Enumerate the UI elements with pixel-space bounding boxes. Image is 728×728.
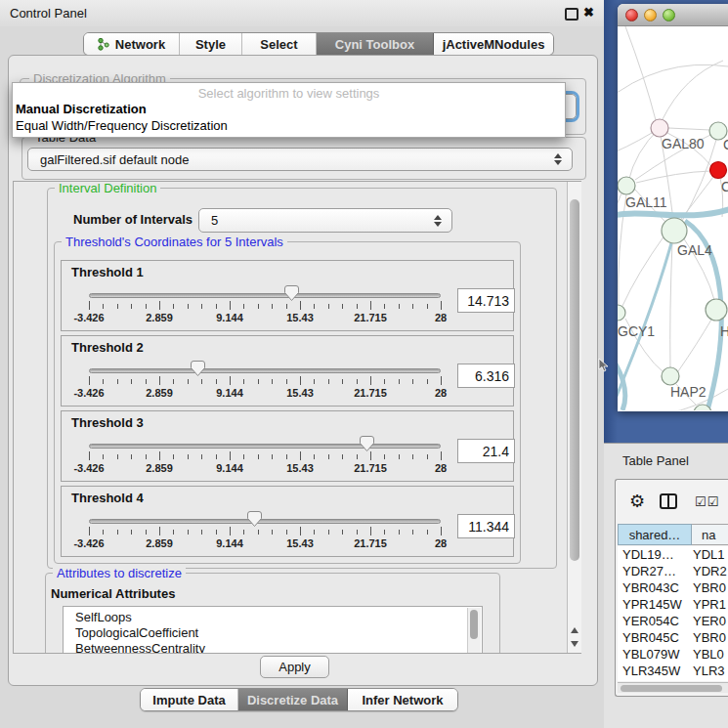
number-of-intervals-combobox[interactable]: 5 (198, 208, 452, 233)
attributes-list-scrollbar[interactable] (467, 608, 481, 653)
network-window-titlebar (618, 4, 728, 26)
list-item-selfloops[interactable]: SelfLoops (64, 610, 482, 625)
table-row[interactable]: YPR145WYPR1 (618, 596, 728, 613)
tab-select[interactable]: Select (242, 33, 317, 55)
top-tab-bar: Network Style Select Cyni Toolbox jActiv… (83, 32, 554, 56)
threshold-4-ruler: -3.4262.8599.14415.4321.71528 (62, 527, 513, 552)
threshold-4-value-field[interactable] (457, 514, 515, 538)
threshold-1-value-field[interactable] (457, 288, 515, 313)
tab-jactivemnodules[interactable]: jActiveMNodules (434, 33, 553, 55)
popup-item-equal-width-frequency[interactable]: Equal Width/Frequency Discretization (16, 118, 228, 133)
network-nodes (618, 119, 727, 410)
table-panel-title: Table Panel (622, 453, 689, 468)
table-row[interactable]: YER054CYER0 (618, 613, 728, 629)
settings-vertical-scrollbar[interactable] (567, 182, 581, 653)
minimize-traffic-light-icon[interactable] (644, 9, 657, 21)
threshold-3-value-field[interactable] (457, 439, 515, 463)
settings-scroll-area: Interval Definition Number of Intervals … (13, 181, 581, 654)
table-row[interactable]: YBR043CYBR0 (618, 579, 728, 596)
list-item-topologicalcoefficient[interactable]: TopologicalCoefficient (64, 625, 482, 641)
threshold-2-value-field[interactable] (457, 364, 515, 388)
node-red-selected[interactable] (710, 162, 727, 179)
combo-arrows-icon (434, 215, 442, 227)
label-gal80: GAL80 (662, 136, 705, 151)
table-row[interactable]: YDL19…YDL1 (618, 546, 728, 563)
tab-network[interactable]: Network (84, 33, 180, 55)
network-canvas[interactable]: GAL80 G C GAL11 GAL4 GCY1 H HAP2 (618, 26, 728, 410)
split-columns-icon[interactable] (660, 493, 677, 509)
column-checkboxes-icon[interactable]: ☑☑ (695, 494, 719, 509)
node-hap2[interactable] (662, 367, 679, 385)
threshold-3-panel: Threshold 3 -3.4262.8599.14415.4321.7152… (61, 410, 514, 482)
table-panel-titlebar: Table Panel (604, 443, 728, 476)
table-row[interactable]: YDR27…YDR2 (618, 563, 728, 579)
threshold-4-panel: Threshold 4 -3.4262.8599.14415.4321.7152… (61, 486, 514, 557)
label-gcy1: GCY1 (618, 323, 655, 339)
float-window-icon[interactable] (565, 8, 578, 21)
threshold-3-label: Threshold 3 (71, 415, 144, 430)
popup-item-manual-discretization[interactable]: Manual Discretization (16, 102, 147, 116)
list-item-betweennesscentrality[interactable]: BetweennessCentrality (64, 641, 482, 653)
node-gal80[interactable] (651, 119, 668, 137)
threshold-4-slider-thumb[interactable] (247, 511, 262, 527)
table-data-selected-value: galFiltered.sif default node (40, 152, 189, 167)
tab-infer-network[interactable]: Infer Network (348, 689, 457, 710)
label-gal11: GAL11 (625, 194, 667, 210)
label-partial-h: H (720, 323, 728, 339)
threshold-2-panel: Threshold 2 -3.4262.8599.14415.4321.7152… (61, 335, 514, 407)
tab-impute-data[interactable]: Impute Data (141, 689, 238, 710)
node-gal4[interactable] (662, 218, 687, 243)
threshold-3-slider-thumb[interactable] (360, 436, 374, 451)
column-header-name[interactable]: na (692, 524, 728, 545)
column-header-shared-name[interactable]: shared… (618, 524, 692, 545)
table-settings-gear-icon[interactable]: ⚙ (629, 491, 645, 512)
label-partial-c: C (721, 179, 728, 194)
node-gcy1[interactable] (618, 305, 625, 321)
interval-definition-label: Interval Definition (55, 182, 160, 195)
tab-cyni-toolbox[interactable]: Cyni Toolbox (317, 33, 434, 55)
tab-discretize-data[interactable]: Discretize Data (238, 689, 348, 710)
node-partial-h[interactable] (706, 299, 727, 321)
zoom-traffic-light-icon[interactable] (663, 9, 675, 21)
popup-hint: Select algorithm to view settings (13, 86, 565, 101)
close-traffic-light-icon[interactable] (625, 9, 638, 21)
table-row[interactable]: YLR345WYLR3 (618, 663, 728, 679)
threshold-4-label: Threshold 4 (71, 491, 144, 505)
threshold-3-slider-track[interactable] (89, 444, 441, 449)
scrollbar-thumb[interactable] (570, 199, 579, 561)
threshold-1-panel: Threshold 1 -3.4262.8599.14415.4321.7152… (61, 260, 514, 331)
threshold-1-slider-thumb[interactable] (284, 285, 299, 301)
label-hap2: HAP2 (670, 384, 707, 400)
combo-arrows-icon (554, 153, 562, 165)
table-horizontal-scrollbar[interactable] (618, 682, 728, 693)
label-partial-g: G (723, 137, 728, 152)
threshold-2-slider-track[interactable] (89, 368, 441, 373)
table-header-row: shared… na (618, 524, 728, 545)
window-title: Control Panel (10, 6, 87, 21)
number-of-intervals-value: 5 (211, 213, 218, 228)
attributes-list: SelfLoops TopologicalCoefficient Between… (63, 606, 483, 653)
control-panel-titlebar: Control Panel ✖ (0, 0, 604, 26)
apply-button[interactable]: Apply (260, 656, 329, 678)
threshold-3-ruler: -3.4262.8599.14415.4321.71528 (62, 451, 513, 477)
scroll-up-arrow-icon[interactable] (568, 623, 581, 637)
tab-network-label: Network (115, 37, 165, 52)
mouse-cursor-icon (598, 358, 609, 373)
scroll-down-arrow-icon[interactable] (568, 637, 581, 651)
node-gal11[interactable] (618, 177, 635, 194)
table-row[interactable]: YIL052CYIL0 (618, 679, 728, 681)
numerical-attributes-label: Numerical Attributes (51, 586, 175, 601)
threshold-1-slider-track[interactable] (89, 293, 441, 298)
table-row[interactable]: YBL079WYBL0 (618, 646, 728, 663)
table-data-combobox[interactable]: galFiltered.sif default node (27, 148, 573, 171)
threshold-2-ruler: -3.4262.8599.14415.4321.71528 (62, 376, 513, 402)
close-icon[interactable]: ✖ (583, 5, 594, 20)
threshold-4-slider-track[interactable] (89, 519, 441, 524)
threshold-2-slider-thumb[interactable] (191, 361, 205, 376)
threshold-2-label: Threshold 2 (71, 340, 144, 355)
network-icon (98, 37, 109, 51)
threshold-1-ruler: -3.4262.8599.14415.4321.71528 (62, 301, 513, 326)
table-row[interactable]: YBR045CYBR0 (618, 629, 728, 646)
label-gal4: GAL4 (677, 242, 712, 258)
tab-style[interactable]: Style (180, 33, 242, 55)
